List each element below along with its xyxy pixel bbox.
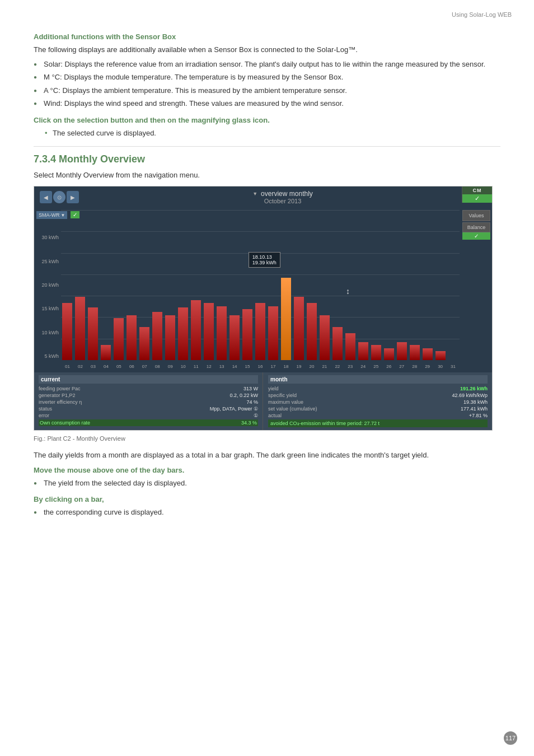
bar-1[interactable] [62, 303, 72, 360]
bar-group-21[interactable] [318, 210, 331, 360]
x-label-13: 13 [216, 364, 228, 369]
chart-side-buttons: Values Balance ✓ [461, 208, 492, 372]
x-label-27: 27 [395, 364, 408, 369]
bar-group-16[interactable] [254, 210, 266, 360]
bar-2[interactable] [75, 297, 85, 360]
values-button[interactable]: Values [462, 210, 490, 221]
bar-28[interactable] [410, 345, 420, 360]
bar-group-23[interactable] [344, 210, 357, 360]
y-axis: 35 kWh 30 kWh 25 kWh 20 kWh 15 kWh 10 kW… [38, 210, 61, 360]
bar-16[interactable] [255, 303, 265, 360]
bar-group-2[interactable] [74, 210, 86, 360]
chart-title-block: overview monthly October 2013 [79, 190, 486, 204]
bar-9[interactable] [165, 315, 175, 360]
month-panel-label: month [268, 375, 488, 384]
bar-14[interactable] [229, 315, 240, 360]
bar-group-27[interactable] [396, 210, 408, 360]
bar-21[interactable] [320, 315, 330, 360]
bar-22[interactable] [332, 327, 343, 360]
nav-search-icon[interactable]: ⊙ [53, 191, 65, 203]
bar-6[interactable] [127, 315, 137, 360]
bar-30[interactable] [435, 351, 446, 360]
cm-label: CM [462, 186, 492, 194]
bar-5[interactable] [114, 318, 124, 360]
bar-group-28[interactable] [409, 210, 421, 360]
bar-12[interactable] [204, 303, 214, 360]
bar-group-29[interactable] [421, 210, 434, 360]
x-label-4: 04 [100, 364, 113, 369]
bar-19[interactable] [294, 297, 304, 360]
bar-27[interactable] [397, 342, 407, 360]
x-label-20: 20 [305, 364, 318, 369]
bar-15[interactable] [242, 309, 252, 360]
bar-group-26[interactable] [383, 210, 395, 360]
bar-group-7[interactable] [138, 210, 151, 360]
balance-label[interactable]: Balance [462, 222, 490, 232]
section2-heading: Click on the selection button and then o… [34, 116, 500, 124]
current-row-5: error ① [39, 413, 258, 418]
bar-group-6[interactable] [125, 210, 138, 360]
chart-wrapper: ◀ ⊙ ▶ overview monthly October 2013 CM ✓ [34, 186, 493, 431]
click-bar-bullets: the corresponding curve is displayed. [34, 507, 500, 518]
bar-8[interactable] [152, 312, 162, 360]
bar-group-11[interactable] [190, 210, 202, 360]
bar-13[interactable] [217, 306, 227, 360]
bar-group-4[interactable] [100, 210, 112, 360]
bar-23[interactable] [345, 333, 355, 360]
bar-group-12[interactable] [203, 210, 215, 360]
month-row-3: maximum value 19.38 kWh [268, 399, 488, 405]
current-val-1: 313 W [243, 386, 258, 391]
inverter-dropdown-icon[interactable]: ▼ [61, 213, 65, 218]
bar-20[interactable] [307, 303, 317, 360]
month-val-4: 177.41 kWh [461, 406, 488, 412]
chart-header-right-buttons: CM ✓ [462, 186, 492, 203]
bar-10[interactable] [178, 307, 188, 360]
bar-group-25[interactable] [370, 210, 382, 360]
bar-group-20[interactable] [306, 210, 318, 360]
month-key-5: actual [268, 413, 282, 418]
current-val-4: Mpp, DATA, Power ① [210, 406, 258, 412]
bar-3[interactable] [88, 307, 98, 360]
cm-check[interactable]: ✓ [462, 194, 492, 203]
bar-7[interactable] [139, 327, 149, 360]
bullet-wind: Wind: Displays the wind speed and streng… [34, 98, 500, 109]
x-label-12: 12 [203, 364, 216, 369]
bar-group-15[interactable] [241, 210, 254, 360]
bar-group-3[interactable] [87, 210, 99, 360]
chart-nav-icons[interactable]: ◀ ⊙ ▶ [40, 191, 79, 203]
co2-bar: avoided CO₂-emission within time period:… [268, 419, 488, 427]
bar-group-13[interactable] [216, 210, 228, 360]
bar-group-10[interactable] [177, 210, 189, 360]
bar-group-1[interactable] [61, 210, 73, 360]
bar-group-17[interactable] [267, 210, 279, 360]
bar-group-5[interactable] [113, 210, 125, 360]
bar-17[interactable] [268, 306, 278, 360]
page-container: Using Solar-Log WEB Additional functions… [0, 0, 534, 558]
nav-back-icon[interactable]: ◀ [40, 191, 52, 203]
bar-group-24[interactable] [357, 210, 369, 360]
x-label-16: 16 [254, 364, 267, 369]
bar-4[interactable] [101, 345, 111, 360]
x-label-29: 29 [421, 364, 434, 369]
section1-bullets: Solar: Displays the reference value from… [34, 59, 500, 109]
bar-group-9[interactable] [164, 210, 176, 360]
bar-26[interactable] [384, 348, 394, 360]
bar-group-19[interactable] [293, 210, 305, 360]
x-label-11: 11 [190, 364, 203, 369]
bar-group-22[interactable] [331, 210, 344, 360]
click-bar-heading: By clicking on a bar, [34, 495, 500, 503]
bar-group-31[interactable] [447, 210, 460, 360]
bar-18[interactable] [281, 278, 291, 360]
bar-11[interactable] [191, 300, 201, 360]
month-row-2: specific yield 42.69 kWh/kWp [268, 393, 488, 398]
bar-24[interactable] [358, 342, 368, 360]
bar-29[interactable] [423, 348, 433, 360]
bar-group-8[interactable] [151, 210, 163, 360]
nav-forward-icon[interactable]: ▶ [67, 191, 79, 203]
current-panel-label: current [39, 375, 258, 384]
current-row-2: generator P1,P2 0.2, 0.22 kW [39, 393, 258, 398]
bar-group-30[interactable] [434, 210, 447, 360]
bar-25[interactable] [371, 345, 381, 360]
bar-group-14[interactable] [228, 210, 241, 360]
bar-group-18[interactable] [280, 210, 292, 360]
